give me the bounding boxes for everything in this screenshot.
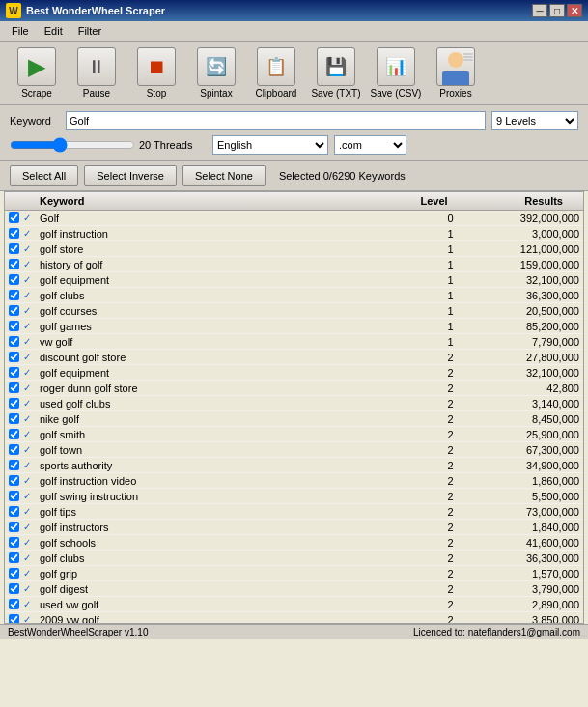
row-checkbox[interactable]: [9, 614, 19, 623]
save-txt-button[interactable]: 💾 Save (TXT): [309, 47, 363, 99]
table-row[interactable]: ✓golf courses120,500,000: [5, 303, 583, 319]
table-row[interactable]: ✓golf digest23,790,000: [5, 581, 583, 597]
spintax-button[interactable]: 🔄 Spintax: [189, 47, 243, 99]
row-checkbox[interactable]: [9, 212, 19, 223]
table-row[interactable]: ✓golf tips273,000,000: [5, 504, 583, 520]
table-row[interactable]: ✓history of golf1159,000,000: [5, 257, 583, 272]
table-row[interactable]: ✓golf swing instruction25,500,000: [5, 489, 583, 504]
table-row[interactable]: ✓discount golf store227,800,000: [5, 350, 583, 365]
row-checkbox[interactable]: [9, 491, 19, 501]
table-row[interactable]: ✓golf clubs236,300,000: [5, 551, 583, 566]
menu-edit[interactable]: Edit: [37, 23, 70, 39]
table-row[interactable]: ✓golf instruction video21,860,000: [5, 473, 583, 489]
table-row[interactable]: ✓used vw golf22,890,000: [5, 597, 583, 612]
table-row[interactable]: ✓golf instruction13,000,000: [5, 226, 583, 241]
scrape-label: Scrape: [21, 88, 52, 99]
clipboard-button[interactable]: 📋 Clipboard: [249, 47, 303, 99]
row-checkbox[interactable]: [9, 228, 19, 239]
tld-select[interactable]: .com .net .org: [334, 135, 406, 155]
table-scroll[interactable]: ✓Golf0392,000,000✓golf instruction13,000…: [5, 211, 583, 623]
row-checkbox[interactable]: [9, 382, 19, 393]
maximize-button[interactable]: □: [549, 4, 565, 17]
row-checkbox[interactable]: [9, 522, 19, 532]
row-checkbox[interactable]: [9, 336, 19, 347]
row-checkbox[interactable]: [9, 583, 19, 594]
row-check-icon: ✓: [21, 352, 33, 363]
select-none-button[interactable]: Select None: [182, 165, 266, 186]
row-checkbox[interactable]: [9, 599, 19, 609]
row-checkbox[interactable]: [9, 398, 19, 409]
row-check-icon: ✓: [21, 522, 33, 533]
row-level: 1: [424, 336, 477, 348]
th-keyword: Keyword: [36, 194, 407, 208]
row-checkbox[interactable]: [9, 290, 19, 300]
row-checkbox[interactable]: [9, 321, 19, 331]
row-checkbox[interactable]: [9, 552, 19, 563]
table-row[interactable]: ✓golf equipment232,100,000: [5, 365, 583, 381]
row-checkbox[interactable]: [9, 444, 19, 455]
select-inverse-button[interactable]: Select Inverse: [84, 165, 177, 186]
table-row[interactable]: ✓golf games185,200,000: [5, 319, 583, 334]
table-row[interactable]: ✓used golf clubs23,140,000: [5, 396, 583, 411]
menu-filter[interactable]: Filter: [70, 23, 109, 39]
row-keyword: vw golf: [36, 336, 424, 348]
row-check-icon: ✓: [21, 491, 33, 502]
row-check-cell: ✓: [5, 599, 36, 610]
close-button[interactable]: ✕: [567, 4, 582, 17]
table-row[interactable]: ✓roger dunn golf store242,800: [5, 381, 583, 396]
row-checkbox[interactable]: [9, 475, 19, 486]
proxies-button[interactable]: Proxies: [429, 47, 483, 99]
row-check-cell: ✓: [5, 305, 36, 317]
slider-container: 20 Threads: [10, 137, 207, 153]
save-csv-button[interactable]: 📊 Save (CSV): [369, 47, 423, 99]
row-keyword: used golf clubs: [36, 398, 424, 410]
row-checkbox[interactable]: [9, 460, 19, 470]
row-check-icon: ✓: [21, 537, 33, 549]
table-row[interactable]: ✓Golf0392,000,000: [5, 211, 583, 226]
stop-icon: ⏹: [137, 47, 176, 86]
row-checkbox[interactable]: [9, 413, 19, 424]
language-select[interactable]: English Spanish French: [212, 135, 328, 155]
minimize-button[interactable]: ─: [532, 4, 547, 17]
table-row[interactable]: ✓golf instructors21,840,000: [5, 520, 583, 535]
table-row[interactable]: ✓nike golf28,450,000: [5, 411, 583, 427]
row-level: 2: [424, 614, 477, 624]
row-checkbox[interactable]: [9, 429, 19, 439]
row-checkbox[interactable]: [9, 274, 19, 285]
table-row[interactable]: ✓golf equipment132,100,000: [5, 272, 583, 288]
threads-label: 20 Threads: [139, 139, 207, 151]
row-checkbox[interactable]: [9, 367, 19, 378]
table-row[interactable]: ✓vw golf17,790,000: [5, 334, 583, 350]
menu-file[interactable]: File: [4, 23, 37, 39]
row-checkbox[interactable]: [9, 305, 19, 316]
row-checkbox[interactable]: [9, 537, 19, 548]
row-checkbox[interactable]: [9, 506, 19, 517]
row-checkbox[interactable]: [9, 259, 19, 269]
row-level: 2: [424, 491, 477, 502]
scrape-button[interactable]: ▶ Scrape: [10, 47, 64, 99]
row-level: 2: [424, 506, 477, 518]
keyword-input[interactable]: [66, 111, 486, 130]
pause-button[interactable]: ⏸ Pause: [70, 47, 124, 99]
row-checkbox[interactable]: [9, 568, 19, 579]
levels-select[interactable]: 9 Levels: [491, 111, 578, 130]
stop-button[interactable]: ⏹ Stop: [129, 47, 183, 99]
row-keyword: golf smith: [36, 429, 424, 440]
table-row[interactable]: ✓golf clubs136,300,000: [5, 288, 583, 303]
threads-slider[interactable]: [10, 137, 135, 153]
keyword-table: Keyword Level Results ✓Golf0392,000,000✓…: [4, 191, 584, 624]
row-check-icon: ✓: [21, 243, 33, 255]
table-row[interactable]: ✓2009 vw golf23,850,000: [5, 612, 583, 623]
table-row[interactable]: ✓golf town267,300,000: [5, 442, 583, 458]
table-row[interactable]: ✓golf schools241,600,000: [5, 535, 583, 551]
row-checkbox[interactable]: [9, 243, 19, 254]
row-keyword: golf instructors: [36, 522, 424, 533]
table-row[interactable]: ✓golf smith225,900,000: [5, 427, 583, 442]
th-level: Level: [407, 194, 461, 208]
table-row[interactable]: ✓golf store1121,000,000: [5, 241, 583, 257]
select-all-button[interactable]: Select All: [10, 165, 78, 186]
table-row[interactable]: ✓golf grip21,570,000: [5, 566, 583, 581]
row-level: 1: [424, 259, 477, 270]
row-checkbox[interactable]: [9, 352, 19, 362]
table-row[interactable]: ✓sports authority234,900,000: [5, 458, 583, 473]
